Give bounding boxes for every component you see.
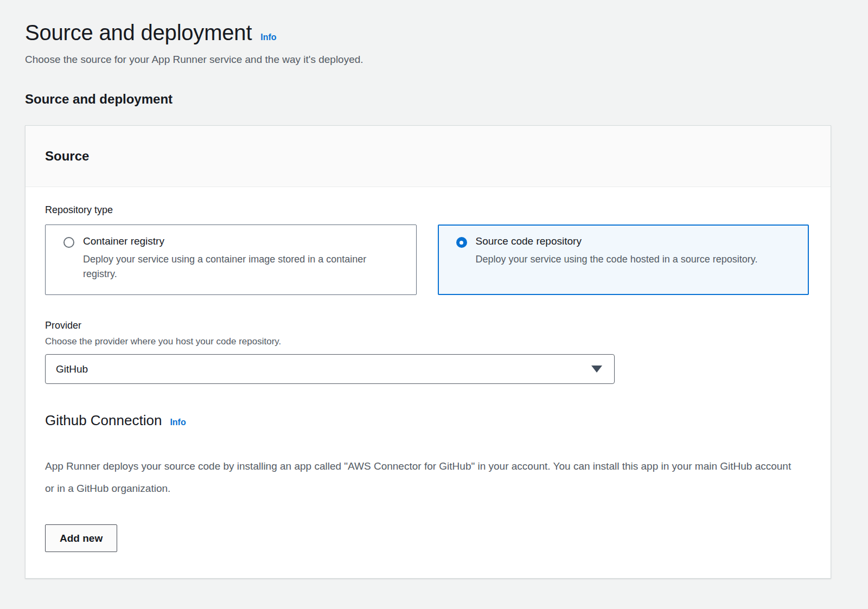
repository-type-label: Repository type bbox=[45, 204, 809, 216]
source-panel-header: Source bbox=[25, 126, 831, 187]
page-subtitle: Choose the source for your App Runner se… bbox=[25, 54, 831, 66]
tile-title: Source code repository bbox=[476, 235, 582, 247]
tile-text: Source code repository Deploy your servi… bbox=[476, 235, 758, 267]
provider-field: Provider Choose the provider where you h… bbox=[45, 320, 809, 384]
tile-text: Container registry Deploy your service u… bbox=[83, 235, 387, 281]
caret-down-icon bbox=[591, 366, 602, 373]
github-connection-heading: Github Connection bbox=[45, 412, 162, 429]
page-content: Source and deployment Info Choose the so… bbox=[0, 0, 868, 579]
github-connection-header: Github Connection Info bbox=[45, 412, 809, 429]
page-header: Source and deployment Info bbox=[25, 21, 831, 45]
tile-source-code-repository[interactable]: Source code repository Deploy your servi… bbox=[438, 225, 809, 295]
provider-select-value: GitHub bbox=[56, 363, 88, 375]
github-connection-description: App Runner deploys your source code by i… bbox=[45, 455, 799, 499]
tile-description: Deploy your service using a container im… bbox=[83, 252, 387, 281]
page-title-info-link[interactable]: Info bbox=[260, 33, 276, 42]
add-new-button[interactable]: Add new bbox=[45, 524, 117, 552]
source-panel-body: Repository type Container registry Deplo… bbox=[25, 187, 831, 578]
page-title: Source and deployment bbox=[25, 21, 252, 45]
section-heading: Source and deployment bbox=[25, 92, 831, 107]
radio-button-icon[interactable] bbox=[63, 237, 74, 248]
provider-label: Provider bbox=[45, 320, 809, 331]
radio-button-checked-icon[interactable] bbox=[456, 237, 467, 248]
tile-title: Container registry bbox=[83, 235, 164, 247]
provider-description: Choose the provider where you host your … bbox=[45, 336, 809, 347]
github-connection-info-link[interactable]: Info bbox=[170, 418, 186, 427]
repository-type-tiles: Container registry Deploy your service u… bbox=[45, 225, 809, 295]
source-panel-title: Source bbox=[45, 149, 89, 163]
provider-select[interactable]: GitHub bbox=[45, 354, 615, 384]
tile-description: Deploy your service using the code hoste… bbox=[476, 252, 758, 267]
source-panel: Source Repository type Container registr… bbox=[25, 125, 831, 579]
tile-container-registry[interactable]: Container registry Deploy your service u… bbox=[45, 225, 417, 295]
